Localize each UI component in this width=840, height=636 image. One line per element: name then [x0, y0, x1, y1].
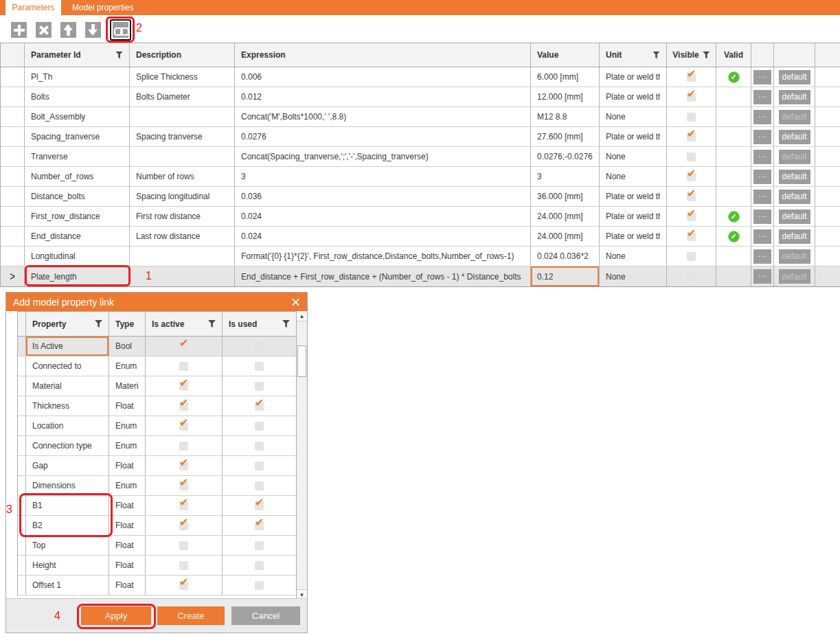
visible-cell[interactable]: [667, 227, 716, 246]
value-cell[interactable]: 36.000 [mm]: [531, 187, 600, 206]
unit-cell[interactable]: None: [600, 147, 667, 166]
is-used-checkbox[interactable]: [255, 362, 264, 371]
header-property[interactable]: Property: [26, 312, 109, 336]
parameter-row[interactable]: > Spacing_tranverse Spacing tranverse 0.…: [1, 127, 840, 147]
unit-cell[interactable]: Plate or weld thi: [600, 227, 667, 246]
header-is-active[interactable]: Is active: [146, 312, 223, 336]
default-button[interactable]: default: [779, 130, 810, 144]
tab-model-properties[interactable]: Model properties: [61, 0, 144, 15]
description-cell[interactable]: [130, 147, 235, 166]
is-used-checkbox[interactable]: [255, 402, 264, 411]
is-active-checkbox[interactable]: [179, 442, 188, 451]
visible-checkbox[interactable]: [687, 113, 696, 122]
visible-checkbox[interactable]: [687, 133, 696, 141]
property-row[interactable]: Location Enum: [18, 416, 296, 436]
property-row[interactable]: Offset 1 Float: [18, 576, 296, 595]
property-cell[interactable]: Connected to: [26, 356, 109, 376]
property-row[interactable]: B2 Float: [18, 516, 296, 536]
ellipsis-button[interactable]: ...: [753, 249, 771, 264]
property-cell[interactable]: Offset 1: [26, 576, 109, 595]
parameter-row[interactable]: > Tranverse Concat(Spacing_tranverse,';'…: [1, 147, 840, 167]
parameter-id-cell[interactable]: Bolt_Assembly: [25, 107, 130, 126]
value-cell[interactable]: 6.000 [mm]: [531, 67, 600, 87]
property-cell[interactable]: Connection type: [26, 436, 109, 455]
unit-cell[interactable]: Plate or weld thi: [600, 67, 667, 87]
parameter-row[interactable]: > Number_of_rows Number of rows 3 3 None…: [1, 167, 840, 187]
expression-cell[interactable]: Concat(Spacing_tranverse,';','-',Spacing…: [235, 147, 531, 166]
parameter-id-cell[interactable]: First_row_distance: [25, 207, 130, 226]
add-model-property-link-button[interactable]: [113, 22, 128, 38]
is-active-checkbox[interactable]: [179, 362, 188, 371]
visible-cell[interactable]: [667, 87, 716, 106]
is-active-cell[interactable]: [146, 376, 223, 396]
value-cell[interactable]: 0.0276;-0.0276: [531, 147, 600, 166]
property-cell[interactable]: Is Active: [26, 337, 109, 356]
property-cell[interactable]: Dimensions: [26, 476, 109, 495]
is-active-cell[interactable]: [146, 536, 223, 555]
default-button[interactable]: default: [779, 249, 810, 264]
property-row[interactable]: Material Material: [18, 376, 296, 396]
cancel-button[interactable]: Cancel: [231, 606, 300, 625]
header-type[interactable]: Type: [109, 312, 146, 336]
description-cell[interactable]: First row distance: [130, 207, 235, 226]
tab-parameters[interactable]: Parameters: [5, 0, 61, 15]
is-used-cell[interactable]: [223, 516, 297, 535]
default-button[interactable]: default: [779, 170, 810, 184]
value-cell[interactable]: 12.000 [mm]: [531, 87, 600, 106]
is-used-cell[interactable]: [223, 556, 297, 575]
is-active-cell[interactable]: [146, 516, 223, 535]
expression-cell[interactable]: End_distance + First_row_distance + (Num…: [235, 266, 531, 286]
value-cell[interactable]: 24.000 [mm]: [531, 227, 600, 246]
unit-cell[interactable]: Plate or weld thi: [600, 127, 667, 146]
description-cell[interactable]: [130, 247, 235, 266]
filter-icon[interactable]: [282, 320, 290, 328]
is-active-cell[interactable]: [146, 337, 223, 356]
filter-icon[interactable]: [703, 52, 710, 59]
ellipsis-button[interactable]: ...: [753, 209, 771, 224]
expression-cell[interactable]: 3: [235, 167, 531, 186]
is-active-checkbox[interactable]: [179, 481, 188, 490]
visible-checkbox[interactable]: [687, 152, 696, 161]
ellipsis-button[interactable]: ...: [753, 110, 771, 124]
visible-cell[interactable]: [667, 127, 716, 146]
parameter-row[interactable]: > Longitudinal Format('{0} {1}*{2}', Fir…: [1, 247, 840, 266]
filter-icon[interactable]: [115, 52, 123, 59]
value-cell[interactable]: 24.000 [mm]: [531, 207, 600, 226]
is-used-cell[interactable]: [223, 337, 297, 356]
expression-cell[interactable]: 0.006: [235, 67, 531, 87]
is-used-checkbox[interactable]: [255, 462, 264, 470]
expression-cell[interactable]: Format('{0} {1}*{2}', First_row_distance…: [235, 247, 531, 266]
visible-checkbox[interactable]: [687, 93, 696, 102]
default-button[interactable]: default: [779, 190, 810, 204]
parameter-id-cell[interactable]: Number_of_rows: [25, 167, 130, 186]
property-cell[interactable]: B2: [26, 516, 109, 535]
is-used-checkbox[interactable]: [255, 442, 264, 451]
ellipsis-button[interactable]: ...: [753, 269, 771, 284]
parameter-id-cell[interactable]: Spacing_tranverse: [25, 127, 130, 146]
is-used-cell[interactable]: [223, 376, 297, 396]
visible-cell[interactable]: [667, 247, 716, 266]
parameter-id-cell[interactable]: Bolts: [25, 87, 130, 106]
ellipsis-button[interactable]: ...: [753, 150, 771, 164]
property-cell[interactable]: Top: [26, 536, 109, 555]
default-button[interactable]: default: [779, 110, 810, 124]
parameter-id-cell[interactable]: End_distance: [25, 227, 130, 246]
is-active-cell[interactable]: [146, 396, 223, 416]
unit-cell[interactable]: Plate or weld thi: [600, 87, 667, 106]
unit-cell[interactable]: Plate or weld thi: [600, 187, 667, 206]
is-used-cell[interactable]: [223, 576, 297, 595]
apply-button[interactable]: Apply: [81, 606, 151, 625]
default-button[interactable]: default: [779, 269, 810, 284]
property-cell[interactable]: B1: [26, 496, 109, 515]
default-button[interactable]: default: [779, 229, 810, 244]
visible-checkbox[interactable]: [687, 192, 696, 201]
header-visible[interactable]: Visible: [667, 43, 716, 67]
header-valid[interactable]: Valid: [716, 43, 751, 67]
default-button[interactable]: default: [779, 70, 810, 84]
is-active-checkbox[interactable]: [179, 581, 188, 590]
property-cell[interactable]: Gap: [26, 456, 109, 475]
value-cell[interactable]: 0.12: [531, 266, 600, 286]
default-button[interactable]: default: [779, 90, 810, 104]
property-row[interactable]: Gap Float: [18, 456, 296, 476]
expression-cell[interactable]: 0.012: [235, 87, 531, 106]
